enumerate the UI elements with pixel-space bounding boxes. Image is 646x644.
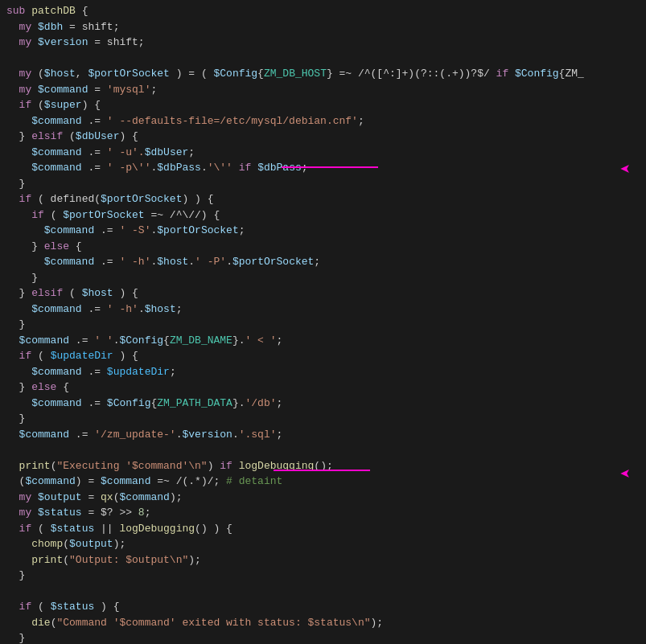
code-line: if ( $status ) { xyxy=(0,599,646,615)
code-line: sub patchDB { xyxy=(0,3,646,19)
code-line: chomp($output); xyxy=(0,536,646,552)
code-line: $command .= ' -S'.$portOrSocket; xyxy=(0,223,646,239)
code-line: $command .= ' -h'.$host; xyxy=(0,301,646,318)
code-line: if ( defined($portOrSocket) ) { xyxy=(0,191,646,207)
code-line: } else { xyxy=(0,379,646,396)
code-line: $command .= ' -h'.$host.' -P'.$portOrSoc… xyxy=(0,254,646,270)
code-line: if ( $portOrSocket =~ /^\//) { xyxy=(0,207,646,224)
code-line: } xyxy=(0,411,646,427)
code-line: my $dbh = shift; xyxy=(0,19,646,35)
code-line: $command .= ' --defaults-file=/etc/mysql… xyxy=(0,113,646,129)
code-editor: sub patchDB { my $dbh = shift; my $versi… xyxy=(0,0,646,644)
code-line: } xyxy=(0,270,646,286)
code-line: } xyxy=(0,568,646,584)
code-line: my $command = 'mysql'; xyxy=(0,82,646,98)
code-line: $command .= ' '.$Config{ZM_DB_NAME}.' < … xyxy=(0,333,646,349)
code-line: } elsif ($dbUser) { xyxy=(0,129,646,145)
code-line: } xyxy=(0,176,646,192)
code-line: $command .= $Config{ZM_PATH_DATA}.'/db'; xyxy=(0,396,646,412)
code-line: $command .= ' -p\''.$dbPass.'\'' if $dbP… xyxy=(0,160,646,176)
code-line: print("Output: $output\n"); xyxy=(0,552,646,568)
code-line: die("Command '$command' exited with stat… xyxy=(0,615,646,631)
code-line: my $status = $? >> 8; xyxy=(0,505,646,521)
code-line: } else { xyxy=(0,239,646,255)
code-line: if ($super) { xyxy=(0,97,646,113)
code-line: if ( $status || logDebugging() ) { xyxy=(0,521,646,537)
code-line: my $output = qx($command); xyxy=(0,490,646,506)
code-line: } xyxy=(0,630,646,644)
code-line: } elsif ( $host ) { xyxy=(0,285,646,301)
code-line: ​ xyxy=(0,442,646,458)
code-line: $command .= $updateDir; xyxy=(0,364,646,380)
code-line: my ($host, $portOrSocket ) = ( $Config{Z… xyxy=(0,66,646,82)
code-line: my $version = shift; xyxy=(0,35,646,51)
code-line: if ( $updateDir ) { xyxy=(0,348,646,364)
code-line: $command .= '/zm_update-'.$version.'.sql… xyxy=(0,427,646,443)
code-line: print("Executing '$command'\n") if logDe… xyxy=(0,458,646,474)
code-line: $command .= ' -u'.$dbUser; xyxy=(0,145,646,161)
code-line: ​ xyxy=(0,584,646,600)
code-line: } xyxy=(0,317,646,333)
code-line: ​ xyxy=(0,51,646,67)
code-line: ($command) = $command =~ /(.*)/; # detai… xyxy=(0,474,646,490)
